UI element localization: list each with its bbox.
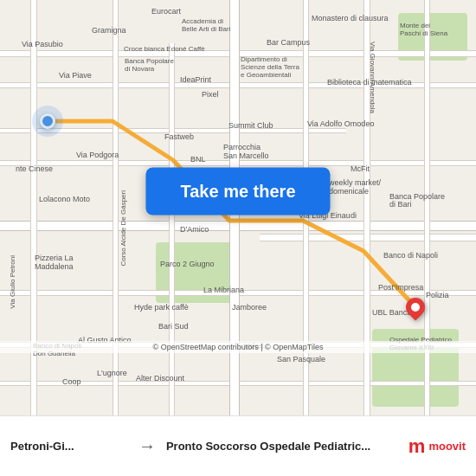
bottom-bar: Petroni-Gi... → Pronto Soccorso Ospedale…	[0, 415, 476, 476]
arrow-icon: →	[135, 436, 159, 456]
origin-marker	[40, 113, 55, 129]
from-location: Petroni-Gi...	[10, 440, 128, 453]
to-location: Pronto Soccorso Ospedale Pediatric...	[166, 440, 402, 453]
road-v2	[113, 0, 119, 415]
moovit-text: moovit	[428, 440, 466, 453]
dest-marker-inner	[409, 301, 421, 313]
road-v5	[424, 0, 430, 415]
to-name: Pronto Soccorso Ospedale Pediatric...	[166, 440, 402, 453]
take-me-there-button[interactable]: Take me there	[145, 167, 330, 215]
map-container: Via Pasubio Via Piave Via Podgora Via Gi…	[0, 0, 476, 415]
destination-marker	[406, 298, 425, 322]
dest-marker-body	[402, 293, 428, 320]
road-amendola	[363, 0, 370, 415]
map-attribution: © OpenStreetMap contributors | © OpenMap…	[0, 341, 476, 353]
moovit-logo: m moovit	[408, 435, 466, 458]
road-v3	[169, 43, 175, 415]
from-name: Petroni-Gi...	[10, 440, 128, 453]
road-giulio-petroni	[30, 0, 37, 415]
moovit-m-icon: m	[408, 435, 426, 458]
